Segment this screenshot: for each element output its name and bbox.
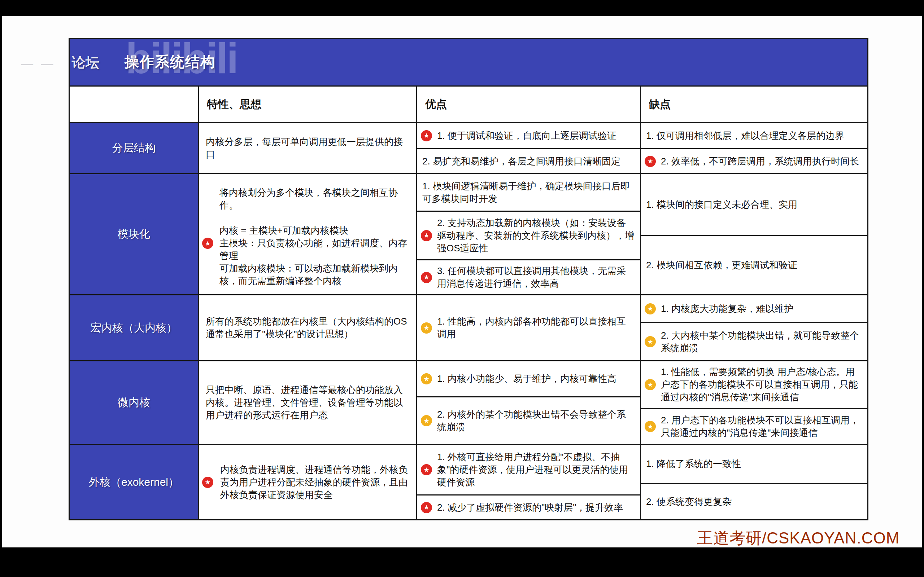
header-empty — [69, 87, 198, 122]
cons-item: 2. 效率低，不可跨层调用，系统调用执行时间长 — [641, 148, 867, 173]
video-frame: — — bilibili 论坛 操作系统结构 特性、思想 优点 缺点 分层结构 … — [0, 0, 924, 577]
row-label: 分层结构 — [69, 123, 198, 173]
red-star-icon — [421, 502, 432, 513]
table-row-exokernel: 外核（exokernel） 内核负责进程调度、进程通信等功能，外核负责为用户进程… — [69, 444, 867, 519]
pros-text: 1. 性能高，内核内部各种功能都可以直接相互调用 — [437, 315, 635, 340]
cons-text: 1. 性能低，需要频繁的切换 用户态/核心态。用户态下的各功能模块不可以直接相互… — [661, 366, 862, 403]
cons-item: 1. 性能低，需要频繁的切换 用户态/核心态。用户态下的各功能模块不可以直接相互… — [641, 361, 867, 408]
cons-text: 2. 效率低，不可跨层调用，系统调用执行时间长 — [661, 155, 859, 168]
cons-text: 2. 大内核中某个功能模块出错，就可能导致整个系统崩溃 — [661, 329, 862, 355]
row-label: 微内核 — [69, 361, 198, 444]
cons-item: 2. 模块间相互依赖，更难调试和验证 — [641, 235, 867, 294]
pros-cell: 1. 模块间逻辑清晰易于维护，确定模块间接口后即可多模块同时开发 2. 支持动态… — [416, 174, 640, 294]
header-feature: 特性、思想 — [198, 87, 416, 122]
cons-text: 2. 用户态下的各功能模块不可以直接相互调用，只能通过内核的"消息传递"来间接通… — [661, 414, 862, 439]
row-label: 模块化 — [69, 174, 198, 294]
pros-cell: 1. 便于调试和验证，自底向上逐层调试验证 2. 易扩充和易维护，各层之间调用接… — [416, 123, 640, 173]
yellow-star-icon — [421, 373, 432, 384]
cons-text: 1. 仅可调用相邻低层，难以合理定义各层的边界 — [646, 129, 844, 142]
feature-line: 将内核划分为多个模块，各模块之间相互协作。 — [220, 187, 411, 212]
table-row-microkernel: 微内核 只把中断、原语、进程通信等最核心的功能放入内核。进程管理、文件管理、设备… — [69, 360, 867, 444]
red-star-icon — [421, 272, 432, 283]
feature-cell: 内核负责进程调度、进程通信等功能，外核负责为用户进程分配未经抽象的硬件资源，且由… — [198, 445, 416, 519]
header-cons: 缺点 — [640, 87, 867, 122]
red-star-icon — [202, 238, 213, 249]
red-star-icon — [421, 230, 432, 241]
feature-cell: 只把中断、原语、进程通信等最核心的功能放入内核。进程管理、文件管理、设备管理等功… — [198, 361, 416, 444]
forum-watermark: 论坛 — [72, 53, 99, 72]
cons-item: 1. 降低了系统的一致性 — [641, 445, 867, 483]
red-star-icon — [202, 477, 213, 488]
table-header-row: 特性、思想 优点 缺点 — [69, 85, 867, 122]
feature-cell: 将内核划分为多个模块，各模块之间相互协作。 内核 = 主模块+可加载内核模块 主… — [198, 174, 416, 294]
feature-text: 内核负责进程调度、进程通信等功能，外核负责为用户进程分配未经抽象的硬件资源，且由… — [220, 463, 410, 501]
pros-cell: 1. 内核小功能少、易于维护，内核可靠性高 2. 内核外的某个功能模块出错不会导… — [416, 361, 640, 444]
cons-cell: 1. 降低了系统的一致性 2. 使系统变得更复杂 — [640, 445, 867, 519]
pros-item: 1. 模块间逻辑清晰易于维护，确定模块间接口后即可多模块同时开发 — [417, 174, 640, 211]
pros-item: 1. 内核小功能少、易于维护，内核可靠性高 — [417, 361, 640, 396]
feature-cell: 所有的系统功能都放在内核里（大内核结构的OS通常也采用了"模块化"的设计思想） — [198, 295, 416, 360]
pros-text: 1. 模块间逻辑清晰易于维护，确定模块间接口后即可多模块同时开发 — [422, 180, 635, 205]
cons-cell: 1. 性能低，需要频繁的切换 用户态/核心态。用户态下的各功能模块不可以直接相互… — [640, 361, 867, 444]
feature-text: 内核分多层，每层可单向调用更低一层提供的接口 — [206, 135, 410, 161]
yellow-star-icon — [421, 415, 432, 426]
slide-background: — — bilibili 论坛 操作系统结构 特性、思想 优点 缺点 分层结构 … — [2, 16, 922, 548]
yellow-star-icon — [645, 379, 656, 390]
cons-text: 2. 模块间相互依赖，更难调试和验证 — [646, 259, 797, 272]
cons-cell: 1. 仅可调用相邻低层，难以合理定义各层的边界 2. 效率低，不可跨层调用，系统… — [640, 123, 867, 173]
pros-item: 2. 减少了虚拟硬件资源的"映射层"，提升效率 — [417, 495, 640, 519]
red-star-icon — [421, 130, 432, 141]
pros-text: 1. 内核小功能少、易于维护，内核可靠性高 — [437, 372, 617, 385]
brand-watermark: 王道考研/CSKAOYAN.COM — [697, 528, 900, 549]
cons-item: 1. 仅可调用相邻低层，难以合理定义各层的边界 — [641, 123, 867, 148]
pros-item: 1. 便于调试和验证，自底向上逐层调试验证 — [417, 123, 640, 148]
yellow-star-icon — [645, 303, 656, 314]
feature-text: 只把中断、原语、进程通信等最核心的功能放入内核。进程管理、文件管理、设备管理等功… — [206, 384, 410, 422]
feature-line: 内核 = 主模块+可加载内核模块 — [220, 224, 411, 237]
pros-text: 3. 任何模块都可以直接调用其他模块，无需采用消息传递进行通信，效率高 — [437, 265, 635, 290]
red-star-icon — [645, 156, 656, 167]
row-label: 外核（exokernel） — [69, 445, 198, 519]
feature-text-block: 将内核划分为多个模块，各模块之间相互协作。 内核 = 主模块+可加载内核模块 主… — [199, 174, 416, 287]
table-row-layered: 分层结构 内核分多层，每层可单向调用更低一层提供的接口 1. 便于调试和验证，自… — [69, 122, 867, 173]
os-structure-table: bilibili 论坛 操作系统结构 特性、思想 优点 缺点 分层结构 内核分多… — [69, 38, 868, 521]
pros-item: 3. 任何模块都可以直接调用其他模块，无需采用消息传递进行通信，效率高 — [417, 259, 640, 294]
red-star-icon — [421, 464, 432, 475]
table-row-monolithic: 宏内核（大内核） 所有的系统功能都放在内核里（大内核结构的OS通常也采用了"模块… — [69, 294, 867, 360]
yellow-star-icon — [421, 322, 432, 334]
pros-item: 2. 易扩充和易维护，各层之间调用接口清晰固定 — [417, 148, 640, 173]
cons-item: 1. 模块间的接口定义未必合理、实用 — [641, 174, 867, 235]
cons-item: 2. 使系统变得更复杂 — [641, 483, 867, 519]
pros-cell: 1. 外核可直接给用户进程分配"不虚拟、不抽象"的硬件资源，使用户进程可以更灵活… — [416, 445, 640, 519]
cons-text: 1. 模块间的接口定义未必合理、实用 — [646, 198, 797, 211]
page-title: 操作系统结构 — [124, 52, 215, 72]
yellow-star-icon — [645, 421, 656, 432]
pros-item: 2. 支持动态加载新的内核模块（如：安装设备驱动程序、安装新的文件系统模块到内核… — [417, 211, 640, 259]
pros-text: 2. 易扩充和易维护，各层之间调用接口清晰固定 — [422, 155, 620, 168]
pros-item: 1. 外核可直接给用户进程分配"不虚拟、不抽象"的硬件资源，使用户进程可以更灵活… — [417, 445, 640, 495]
faint-watermark-marks: — — — [21, 56, 55, 71]
pros-text: 1. 便于调试和验证，自底向上逐层调试验证 — [437, 129, 617, 142]
cons-item: 2. 用户态下的各功能模块不可以直接相互调用，只能通过内核的"消息传递"来间接通… — [641, 408, 867, 444]
pros-item: 2. 内核外的某个功能模块出错不会导致整个系统崩溃 — [417, 396, 640, 444]
cons-text: 1. 降低了系统的一致性 — [646, 458, 741, 470]
feature-line: 主模块：只负责核心功能，如进程调度、内存管理 — [220, 237, 411, 262]
feature-cell: 内核分多层，每层可单向调用更低一层提供的接口 — [198, 123, 416, 173]
cons-item: 2. 大内核中某个功能模块出错，就可能导致整个系统崩溃 — [641, 322, 867, 360]
cons-text: 1. 内核庞大功能复杂，难以维护 — [661, 303, 793, 315]
table-row-modular: 模块化 将内核划分为多个模块，各模块之间相互协作。 内核 = 主模块+可加载内核… — [69, 173, 867, 294]
header-pros: 优点 — [416, 87, 640, 122]
title-band: bilibili 论坛 操作系统结构 — [69, 39, 867, 85]
cons-cell: 1. 内核庞大功能复杂，难以维护 2. 大内核中某个功能模块出错，就可能导致整个… — [640, 295, 867, 360]
pros-item: 1. 性能高，内核内部各种功能都可以直接相互调用 — [417, 295, 640, 360]
cons-text: 2. 使系统变得更复杂 — [646, 495, 732, 508]
pros-text: 2. 减少了虚拟硬件资源的"映射层"，提升效率 — [437, 501, 623, 514]
feature-text: 所有的系统功能都放在内核里（大内核结构的OS通常也采用了"模块化"的设计思想） — [206, 315, 410, 340]
feature-line: 可加载内核模块：可以动态加载新模块到内核，而无需重新编译整个内核 — [220, 262, 411, 287]
yellow-star-icon — [645, 336, 656, 347]
cons-cell: 1. 模块间的接口定义未必合理、实用 2. 模块间相互依赖，更难调试和验证 — [640, 174, 867, 294]
row-label: 宏内核（大内核） — [69, 295, 198, 360]
pros-cell: 1. 性能高，内核内部各种功能都可以直接相互调用 — [416, 295, 640, 360]
pros-text: 2. 支持动态加载新的内核模块（如：安装设备驱动程序、安装新的文件系统模块到内核… — [437, 217, 635, 255]
pros-text: 2. 内核外的某个功能模块出错不会导致整个系统崩溃 — [437, 408, 635, 434]
